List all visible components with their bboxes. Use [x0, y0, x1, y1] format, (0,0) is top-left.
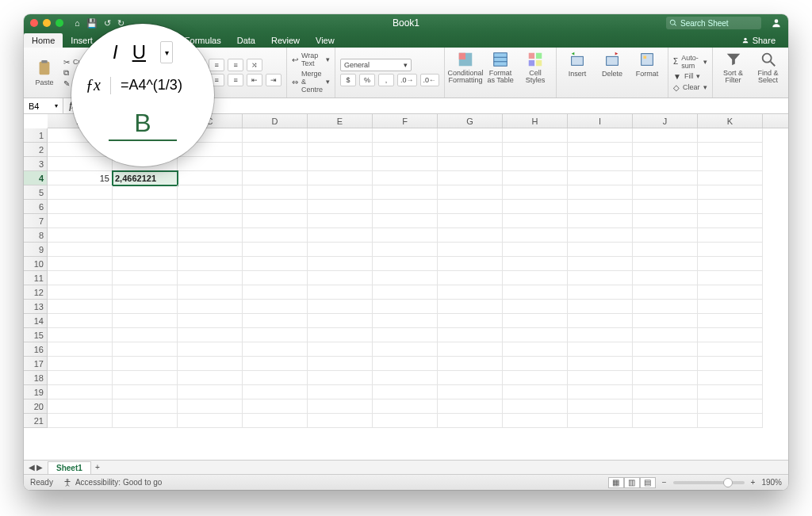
- cell-K12[interactable]: [698, 285, 763, 300]
- cell-H3[interactable]: [503, 157, 568, 171]
- row-header-16[interactable]: 16: [24, 342, 47, 357]
- cell-C8[interactable]: [178, 228, 243, 243]
- cell-K2[interactable]: [698, 143, 763, 157]
- cell-G12[interactable]: [438, 285, 503, 300]
- cell-C18[interactable]: [178, 371, 243, 385]
- cell-K13[interactable]: [698, 300, 763, 314]
- paste-button[interactable]: Paste: [29, 59, 60, 86]
- cell-I11[interactable]: [568, 271, 633, 285]
- zoom-out-button[interactable]: −: [662, 478, 667, 487]
- cell-B10[interactable]: [113, 257, 178, 271]
- cell-G6[interactable]: [438, 200, 503, 214]
- cell-B13[interactable]: [113, 300, 178, 314]
- row-header-3[interactable]: 3: [24, 157, 47, 171]
- col-header-K[interactable]: K: [698, 114, 763, 128]
- cell-E16[interactable]: [308, 342, 373, 357]
- cell-I10[interactable]: [568, 257, 633, 271]
- cell-F6[interactable]: [373, 200, 438, 214]
- cell-I8[interactable]: [568, 228, 633, 243]
- cell-C14[interactable]: [178, 314, 243, 328]
- cell-B19[interactable]: [113, 385, 178, 399]
- cell-E6[interactable]: [308, 200, 373, 214]
- decrease-indent-button[interactable]: ⇤: [247, 74, 262, 86]
- undo-icon[interactable]: ↺: [104, 18, 111, 29]
- row-header-7[interactable]: 7: [24, 214, 47, 228]
- cell-K10[interactable]: [698, 257, 763, 271]
- cell-G3[interactable]: [438, 157, 503, 171]
- find-select-button[interactable]: Find & Select: [753, 51, 784, 84]
- cell-F18[interactable]: [373, 371, 438, 385]
- cell-I7[interactable]: [568, 214, 633, 228]
- sheet-tab-1[interactable]: Sheet1: [48, 461, 91, 474]
- clear-button[interactable]: ◇Clear▾: [673, 83, 707, 92]
- cell-G8[interactable]: [438, 228, 503, 243]
- row-header-21[interactable]: 21: [24, 414, 47, 428]
- minimize-window-button[interactable]: [43, 19, 51, 27]
- cell-E2[interactable]: [308, 143, 373, 157]
- cell-F9[interactable]: [373, 243, 438, 257]
- sheet-nav-prev[interactable]: ◀: [29, 463, 35, 472]
- row-header-5[interactable]: 5: [24, 185, 47, 200]
- cell-I5[interactable]: [568, 185, 633, 200]
- cell-J5[interactable]: [633, 185, 698, 200]
- row-header-4[interactable]: 4: [24, 171, 47, 185]
- zoom-slider[interactable]: [673, 481, 745, 484]
- cell-J18[interactable]: [633, 371, 698, 385]
- cell-H7[interactable]: [503, 214, 568, 228]
- cell-K4[interactable]: [698, 171, 763, 185]
- cell-A4[interactable]: 15: [48, 171, 113, 185]
- cell-D9[interactable]: [243, 243, 308, 257]
- user-icon[interactable]: [771, 17, 782, 29]
- cell-I13[interactable]: [568, 300, 633, 314]
- row-header-1[interactable]: 1: [24, 128, 47, 143]
- cell-G1[interactable]: [438, 128, 503, 143]
- cell-E19[interactable]: [308, 385, 373, 399]
- cell-G13[interactable]: [438, 300, 503, 314]
- cell-F4[interactable]: [373, 171, 438, 185]
- col-header-I[interactable]: I: [568, 114, 633, 128]
- cell-K1[interactable]: [698, 128, 763, 143]
- close-window-button[interactable]: [30, 19, 38, 27]
- cell-E14[interactable]: [308, 314, 373, 328]
- cell-B18[interactable]: [113, 371, 178, 385]
- cell-E7[interactable]: [308, 214, 373, 228]
- cell-G5[interactable]: [438, 185, 503, 200]
- cell-D19[interactable]: [243, 385, 308, 399]
- cell-A15[interactable]: [48, 328, 113, 342]
- name-box[interactable]: B4▾: [24, 98, 63, 113]
- increase-decimal-button[interactable]: .0→: [397, 74, 417, 86]
- cell-J2[interactable]: [633, 143, 698, 157]
- cell-I20[interactable]: [568, 399, 633, 414]
- cell-H18[interactable]: [503, 371, 568, 385]
- cell-C16[interactable]: [178, 342, 243, 357]
- cell-H9[interactable]: [503, 243, 568, 257]
- cell-A7[interactable]: [48, 214, 113, 228]
- cell-C6[interactable]: [178, 200, 243, 214]
- cell-B9[interactable]: [113, 243, 178, 257]
- cell-F2[interactable]: [373, 143, 438, 157]
- col-header-F[interactable]: F: [373, 114, 438, 128]
- cell-H11[interactable]: [503, 271, 568, 285]
- cell-B5[interactable]: [113, 185, 178, 200]
- cell-C3[interactable]: [178, 157, 243, 171]
- cell-G7[interactable]: [438, 214, 503, 228]
- cell-E13[interactable]: [308, 300, 373, 314]
- cell-F3[interactable]: [373, 157, 438, 171]
- cell-E8[interactable]: [308, 228, 373, 243]
- cell-B6[interactable]: [113, 200, 178, 214]
- cell-A5[interactable]: [48, 185, 113, 200]
- cell-D15[interactable]: [243, 328, 308, 342]
- cell-A14[interactable]: [48, 314, 113, 328]
- cell-I4[interactable]: [568, 171, 633, 185]
- cell-J1[interactable]: [633, 128, 698, 143]
- cell-E12[interactable]: [308, 285, 373, 300]
- col-header-E[interactable]: E: [308, 114, 373, 128]
- home-icon[interactable]: ⌂: [75, 18, 80, 29]
- comma-button[interactable]: ,: [378, 74, 394, 86]
- cell-C7[interactable]: [178, 214, 243, 228]
- cell-styles-button[interactable]: Cell Styles: [519, 51, 551, 84]
- cell-J11[interactable]: [633, 271, 698, 285]
- cell-J4[interactable]: [633, 171, 698, 185]
- cell-B7[interactable]: [113, 214, 178, 228]
- cell-C12[interactable]: [178, 285, 243, 300]
